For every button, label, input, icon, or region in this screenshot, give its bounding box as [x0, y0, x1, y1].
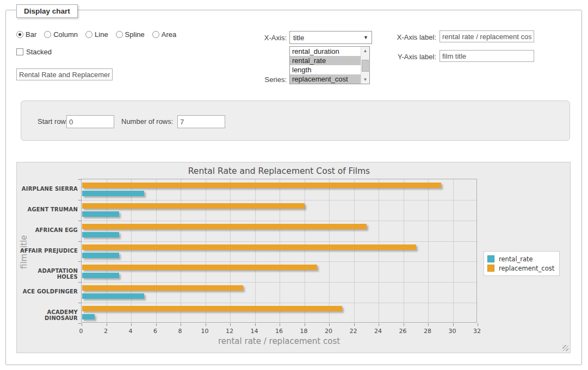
legend-swatch — [487, 265, 494, 272]
plot-area — [81, 179, 477, 323]
gridline — [82, 200, 476, 200]
gridline — [82, 261, 476, 262]
start-row-label: Start row: — [38, 117, 68, 126]
tick-mark — [156, 323, 157, 326]
chevron-down-icon: ▼ — [363, 35, 368, 40]
num-rows-label: Number of rows: — [121, 117, 173, 126]
chart-type-line[interactable]: Line — [85, 30, 108, 39]
tick-mark — [78, 221, 81, 221]
y-category-label: ACADEMY DINOSAUR — [17, 309, 78, 321]
tick-mark — [78, 261, 81, 262]
tick-mark — [131, 323, 132, 326]
bar-replacement_cost — [82, 183, 441, 188]
bar-rental_rate — [82, 293, 144, 299]
gridline — [181, 179, 181, 322]
stacked-checkbox[interactable] — [16, 48, 23, 55]
x-tick-label: 2 — [95, 328, 117, 335]
scroll-up-icon[interactable]: ▲ — [361, 47, 369, 55]
chart-legend: rental_ratereplacement_cost — [484, 251, 560, 276]
bar-rental_rate — [82, 191, 144, 196]
gridline — [255, 179, 256, 322]
tick-mark — [206, 323, 206, 326]
tick-mark — [404, 323, 404, 326]
tick-mark — [78, 179, 81, 180]
chart-type-bar[interactable]: Bar — [16, 30, 36, 39]
num-rows-input[interactable] — [177, 115, 225, 128]
x-tick-label: 14 — [244, 328, 265, 335]
gridline — [82, 241, 476, 242]
x-tick-label: 24 — [367, 328, 389, 335]
resize-handle-icon[interactable] — [562, 345, 568, 351]
radio-icon[interactable] — [44, 31, 51, 38]
x-axis-label-input[interactable] — [440, 30, 534, 42]
series-option-rental_duration[interactable]: rental_duration — [290, 47, 361, 56]
series-listbox: rental_durationrental_ratelengthreplacem… — [289, 46, 370, 84]
tick-mark — [428, 323, 429, 326]
chart-type-area[interactable]: Area — [152, 30, 176, 39]
bar-replacement_cost — [82, 306, 342, 311]
y-category-label: AIRPLANE SIERRA — [17, 186, 78, 192]
series-scrollbar[interactable]: ▲ ▼ — [361, 47, 369, 84]
gridline — [82, 282, 476, 283]
chart-type-column[interactable]: Column — [44, 30, 78, 39]
gridline — [305, 179, 305, 322]
series-option-length[interactable]: length — [290, 65, 361, 74]
series-option-replacement_cost[interactable]: replacement_cost — [290, 74, 361, 84]
tick-mark — [280, 323, 280, 326]
x-tick-label: 20 — [318, 328, 339, 335]
gridline — [131, 179, 132, 322]
series-option-rental_rate[interactable]: rental_rate — [290, 56, 361, 65]
legend-swatch — [487, 255, 494, 262]
x-tick-label: 16 — [268, 328, 290, 335]
x-tick-label: 18 — [293, 328, 315, 335]
gridline — [206, 179, 206, 322]
x-axis-label-label: X-Axis label: — [390, 33, 436, 41]
tick-mark — [82, 323, 82, 326]
radio-icon[interactable] — [85, 31, 92, 38]
scrollbar-thumb[interactable] — [362, 60, 369, 72]
tick-mark — [379, 323, 379, 326]
scroll-down-icon[interactable]: ▼ — [361, 76, 369, 84]
chart-type-spline[interactable]: Spline — [116, 30, 145, 39]
bar-replacement_cost — [82, 265, 317, 270]
start-row-input[interactable] — [66, 115, 114, 128]
radio-icon[interactable] — [116, 31, 123, 38]
x-tick-label: 4 — [120, 328, 141, 335]
stacked-checkbox-row[interactable]: Stacked — [16, 48, 52, 56]
fieldset-legend: Display chart — [16, 4, 78, 18]
tick-mark — [78, 241, 81, 242]
bar-rental_rate — [82, 253, 119, 258]
bar-rental_rate — [82, 314, 95, 319]
legend-item: replacement_cost — [487, 264, 554, 273]
chart-title: Rental Rate and Replacement Cost of Film… — [81, 166, 477, 176]
y-axis-label-input[interactable] — [440, 50, 534, 62]
x-tick-label: 6 — [145, 328, 166, 335]
row-controls-panel: Start row: Number of rows: Go — [21, 101, 570, 141]
gridline — [354, 179, 355, 322]
bar-rental_rate — [82, 232, 119, 237]
chart-container: Rental Rate and Replacement Cost of Film… — [16, 162, 571, 353]
radio-icon[interactable] — [16, 31, 23, 38]
tick-mark — [107, 323, 107, 326]
radio-icon[interactable] — [152, 31, 159, 38]
tick-mark — [453, 323, 454, 326]
gridline — [428, 179, 429, 322]
chart-type-label: Area — [162, 30, 176, 39]
bar-replacement_cost — [82, 285, 243, 291]
bar-rental_rate — [82, 273, 119, 278]
gridline — [156, 179, 157, 322]
stacked-label: Stacked — [26, 48, 52, 56]
x-axis-select[interactable]: title ▼ — [289, 31, 372, 44]
tick-mark — [78, 200, 81, 200]
y-category-label: AFRICAN EGG — [17, 227, 78, 233]
x-tick-label: 26 — [392, 328, 414, 335]
chart-title-input[interactable] — [16, 68, 113, 80]
chart-type-label: Column — [53, 30, 78, 39]
gridline — [280, 179, 280, 322]
y-category-label: ADAPTATION HOLES — [17, 268, 78, 280]
gridline — [82, 221, 476, 221]
gridline — [230, 179, 231, 322]
tick-mark — [354, 323, 355, 326]
page: Display chart BarColumnLineSplineArea St… — [0, 0, 588, 370]
chart-type-group: BarColumnLineSplineArea — [16, 30, 176, 39]
